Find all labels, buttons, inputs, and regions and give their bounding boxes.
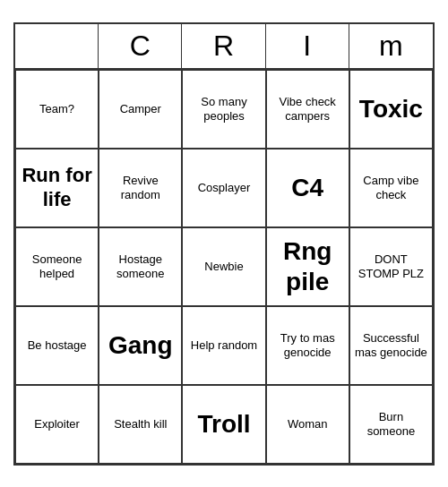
bingo-cell-2: So many peoples: [182, 70, 265, 149]
bingo-cell-5: Run for life: [15, 149, 99, 227]
bingo-cell-13: Rng pile: [266, 227, 349, 306]
bingo-card: CRIm Team?CamperSo many peoplesVibe chec…: [13, 22, 435, 466]
header-letter-2: R: [182, 24, 265, 68]
header-letter-1: C: [99, 24, 182, 68]
bingo-cell-23: Woman: [266, 385, 349, 464]
bingo-cell-8: C4: [266, 149, 349, 227]
header-letter-0: [15, 24, 99, 68]
bingo-cell-10: Someone helped: [15, 227, 99, 306]
bingo-cell-4: Toxic: [349, 70, 433, 149]
bingo-cell-22: Troll: [182, 385, 265, 464]
bingo-header: CRIm: [15, 24, 433, 70]
header-letter-3: I: [266, 24, 349, 68]
bingo-cell-16: Gang: [99, 306, 182, 385]
bingo-cell-15: Be hostage: [15, 306, 99, 385]
bingo-cell-17: Help random: [182, 306, 265, 385]
bingo-cell-7: Cosplayer: [182, 149, 265, 227]
bingo-cell-24: Burn someone: [349, 385, 433, 464]
bingo-cell-18: Try to mas genocide: [266, 306, 349, 385]
bingo-cell-1: Camper: [99, 70, 182, 149]
bingo-cell-3: Vibe check campers: [266, 70, 349, 149]
bingo-cell-0: Team?: [15, 70, 99, 149]
bingo-cell-6: Revive random: [99, 149, 182, 227]
bingo-cell-12: Newbie: [182, 227, 265, 306]
bingo-cell-20: Exploiter: [15, 385, 99, 464]
bingo-cell-9: Camp vibe check: [349, 149, 433, 227]
bingo-cell-11: Hostage someone: [99, 227, 182, 306]
bingo-cell-14: DONT STOMP PLZ: [349, 227, 433, 306]
bingo-grid: Team?CamperSo many peoplesVibe check cam…: [15, 70, 433, 464]
bingo-cell-21: Stealth kill: [99, 385, 182, 464]
header-letter-4: m: [349, 24, 433, 68]
bingo-cell-19: Successful mas genocide: [349, 306, 433, 385]
